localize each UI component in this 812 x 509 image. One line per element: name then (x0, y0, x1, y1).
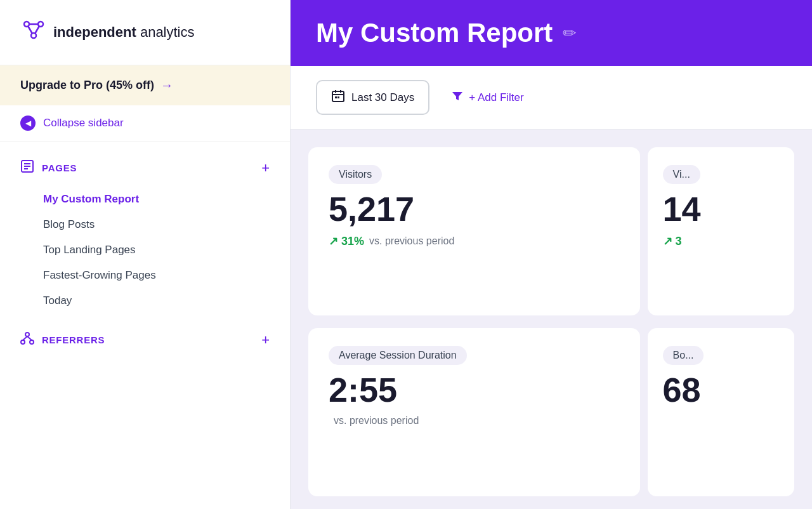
main-header: My Custom Report ✏ (291, 0, 812, 66)
referrers-add-button[interactable]: + (261, 333, 270, 347)
stats-area: Visitors 5,217 ↗ 31% vs. previous period… (291, 129, 812, 509)
nav-item-top-landing-pages[interactable]: Top Landing Pages (43, 237, 290, 263)
avg-session-change: vs. previous period (329, 415, 620, 426)
avg-session-card: Average Session Duration 2:55 vs. previo… (308, 328, 640, 496)
svg-point-10 (25, 333, 29, 336)
nav-item-today[interactable]: Today (43, 288, 290, 314)
visitors-change-label: vs. previous period (369, 235, 454, 247)
page-title: My Custom Report (316, 18, 553, 48)
svg-line-14 (27, 336, 32, 340)
second-stat-label-row1: Vi... (663, 165, 700, 184)
logo-icon (20, 18, 47, 47)
nav-item-my-custom-report[interactable]: My Custom Report (43, 187, 290, 212)
calendar-icon (331, 89, 345, 106)
visitors-label: Visitors (329, 165, 382, 184)
bounce-rate-value: 68 (663, 371, 779, 409)
upgrade-arrow: → (160, 78, 173, 93)
avg-session-label: Average Session Duration (329, 346, 467, 365)
svg-rect-19 (335, 96, 337, 98)
avg-session-change-label: vs. previous period (334, 415, 419, 426)
stats-row-2: Average Session Duration 2:55 vs. previo… (291, 328, 812, 509)
collapse-sidebar-button[interactable]: ◀ Collapse sidebar (0, 105, 290, 142)
pages-group-title: PAGES (42, 162, 77, 173)
sidebar: independent analytics Upgrade to Pro (45… (0, 0, 291, 509)
upgrade-banner[interactable]: Upgrade to Pro (45% off) → (0, 65, 290, 105)
bounce-rate-label: Bo... (663, 346, 704, 365)
collapse-icon: ◀ (20, 116, 36, 131)
svg-point-12 (30, 340, 34, 344)
pages-nav-items: My Custom Report Blog Posts Top Landing … (0, 187, 290, 314)
logo-area: independent analytics (0, 0, 290, 65)
svg-line-13 (23, 336, 27, 340)
svg-rect-20 (337, 96, 339, 98)
main-content: My Custom Report ✏ Last 30 Days (291, 0, 812, 509)
svg-point-11 (21, 340, 25, 344)
svg-line-4 (28, 26, 32, 34)
pages-icon (20, 159, 34, 176)
date-filter-button[interactable]: Last 30 Days (316, 80, 429, 115)
second-stat-card-row1: Vi... 14 ↗ 3 (648, 147, 794, 315)
referrers-group-title: REFERRERS (42, 334, 105, 345)
filter-icon (451, 89, 464, 105)
date-filter-label: Last 30 Days (351, 91, 414, 104)
referrers-group-header: REFERRERS + (0, 326, 290, 354)
visitors-change: ↗ 31% vs. previous period (329, 234, 620, 248)
second-stat-value-row1: 14 (663, 190, 779, 228)
second-stat-change-row1: ↗ 3 (663, 234, 779, 248)
pages-group-header: PAGES + (0, 154, 290, 182)
filter-bar: Last 30 Days + Add Filter (291, 66, 812, 129)
referrers-icon (20, 331, 34, 348)
upgrade-text: Upgrade to Pro (45% off) (20, 79, 154, 92)
avg-session-value: 2:55 (329, 371, 620, 409)
visitors-value: 5,217 (329, 190, 620, 228)
visitors-card: Visitors 5,217 ↗ 31% vs. previous period (308, 147, 640, 315)
svg-line-5 (35, 26, 39, 34)
edit-icon[interactable]: ✏ (563, 23, 577, 43)
pages-add-button[interactable]: + (261, 161, 270, 175)
stats-row-1: Visitors 5,217 ↗ 31% vs. previous period… (291, 147, 812, 328)
logo-text: independent analytics (53, 24, 195, 41)
nav-item-blog-posts[interactable]: Blog Posts (43, 212, 290, 237)
nav-section: PAGES + My Custom Report Blog Posts Top … (0, 142, 290, 509)
visitors-change-pct: ↗ 31% (329, 234, 364, 248)
add-filter-button[interactable]: + Add Filter (440, 83, 535, 112)
add-filter-label: + Add Filter (469, 91, 523, 104)
bounce-rate-card: Bo... 68 (648, 328, 794, 496)
nav-item-fastest-growing-pages[interactable]: Fastest-Growing Pages (43, 263, 290, 288)
collapse-label: Collapse sidebar (43, 117, 124, 129)
second-stat-pct-row1: ↗ 3 (663, 234, 682, 248)
